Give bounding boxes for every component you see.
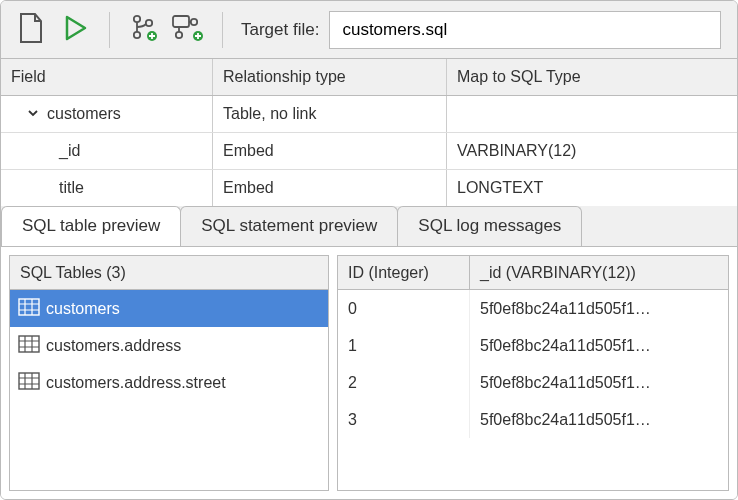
schema-row[interactable]: titleEmbedLONGTEXT (1, 170, 737, 207)
svg-point-0 (134, 15, 140, 21)
schema-header-field[interactable]: Field (1, 59, 213, 95)
schema-header-row: Field Relationship type Map to SQL Type (1, 59, 737, 96)
schema-rel: Embed (223, 179, 274, 197)
preview-cell-id: 1 (338, 327, 470, 364)
branch-link-add-icon (171, 13, 205, 47)
preview-cell-id: 0 (338, 290, 470, 327)
schema-map: LONGTEXT (457, 179, 543, 197)
preview-row[interactable]: 25f0ef8bc24a11d505f1… (338, 364, 728, 401)
sql-table-name: customers.address (46, 337, 181, 355)
table-icon (18, 298, 40, 320)
preview-row[interactable]: 15f0ef8bc24a11d505f1… (338, 327, 728, 364)
target-file-label: Target file: (241, 20, 319, 40)
schema-rel: Table, no link (223, 105, 316, 123)
sql-tables-panel: SQL Tables (3) customerscustomers.addres… (9, 255, 329, 491)
schema-row[interactable]: _idEmbedVARBINARY(12) (1, 133, 737, 170)
app-window: Target file: Field Relationship type Map… (0, 0, 738, 500)
preview-cell-value: 5f0ef8bc24a11d505f1… (470, 364, 728, 401)
schema-rel: Embed (223, 142, 274, 160)
schema-field: _id (59, 142, 80, 160)
toolbar-separator (109, 12, 110, 48)
run-button[interactable] (53, 9, 97, 51)
target-file-input[interactable] (329, 11, 721, 49)
new-file-icon (18, 13, 44, 47)
table-icon (18, 335, 40, 357)
preview-cell-value: 5f0ef8bc24a11d505f1… (470, 290, 728, 327)
tab-content: SQL Tables (3) customerscustomers.addres… (1, 246, 737, 499)
sql-table-name: customers.address.street (46, 374, 226, 392)
preview-data-panel: ID (Integer) _id (VARBINARY(12)) 05f0ef8… (337, 255, 729, 491)
svg-point-5 (176, 31, 182, 37)
toolbar-separator (222, 12, 223, 48)
sql-table-item[interactable]: customers.address (10, 327, 328, 364)
svg-rect-18 (19, 373, 39, 389)
svg-point-1 (134, 31, 140, 37)
preview-header-id[interactable]: ID (Integer) (338, 256, 470, 289)
table-icon (18, 372, 40, 394)
new-file-button[interactable] (9, 9, 53, 51)
schema-header-map[interactable]: Map to SQL Type (447, 59, 737, 95)
schema-field: title (59, 179, 84, 197)
preview-cell-value: 5f0ef8bc24a11d505f1… (470, 401, 728, 438)
preview-row[interactable]: 35f0ef8bc24a11d505f1… (338, 401, 728, 438)
branch-add-icon (129, 13, 159, 47)
schema-row[interactable]: customersTable, no link (1, 96, 737, 133)
sql-table-item[interactable]: customers (10, 290, 328, 327)
preview-header-col[interactable]: _id (VARBINARY(12)) (470, 256, 728, 289)
svg-point-6 (191, 18, 197, 24)
add-linked-relationship-button[interactable] (166, 9, 210, 51)
preview-cell-id: 3 (338, 401, 470, 438)
schema-field: customers (47, 105, 121, 123)
tab-bar: SQL table previewSQL statement previewSQ… (1, 206, 737, 246)
sql-table-name: customers (46, 300, 120, 318)
schema-map: VARBINARY(12) (457, 142, 576, 160)
schema-header-rel[interactable]: Relationship type (213, 59, 447, 95)
tab[interactable]: SQL table preview (1, 206, 181, 246)
tab[interactable]: SQL log messages (397, 206, 582, 246)
svg-rect-4 (173, 16, 189, 27)
svg-rect-13 (19, 336, 39, 352)
schema-grid: Field Relationship type Map to SQL Type … (1, 59, 737, 207)
toolbar: Target file: (1, 1, 737, 59)
preview-cell-value: 5f0ef8bc24a11d505f1… (470, 327, 728, 364)
svg-rect-8 (19, 299, 39, 315)
chevron-down-icon[interactable] (27, 105, 41, 123)
svg-point-2 (146, 19, 152, 25)
sql-table-item[interactable]: customers.address.street (10, 364, 328, 401)
preview-cell-id: 2 (338, 364, 470, 401)
preview-row[interactable]: 05f0ef8bc24a11d505f1… (338, 290, 728, 327)
tab[interactable]: SQL statement preview (180, 206, 398, 246)
add-relationship-button[interactable] (122, 9, 166, 51)
run-icon (63, 14, 87, 46)
sql-tables-header[interactable]: SQL Tables (3) (10, 256, 328, 289)
